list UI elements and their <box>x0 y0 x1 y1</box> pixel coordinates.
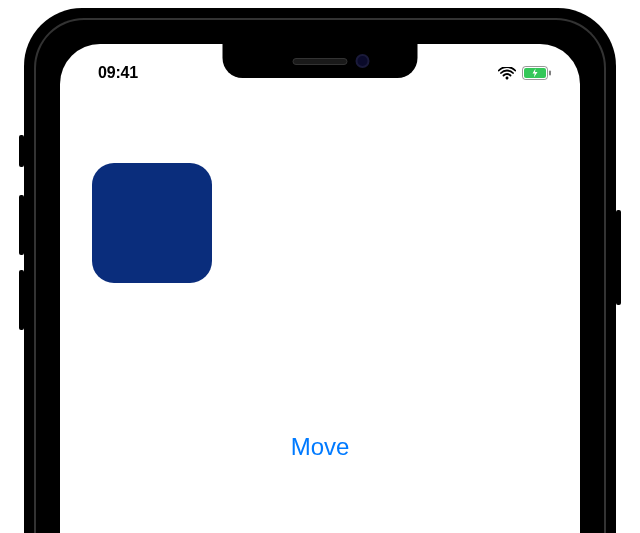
status-time: 09:41 <box>98 64 138 82</box>
battery-charging-icon <box>522 66 552 80</box>
status-indicators <box>498 66 552 80</box>
power-button <box>616 210 621 305</box>
app-content: Move <box>60 88 580 533</box>
phone-frame-inner: 09:41 <box>34 18 606 533</box>
wifi-icon <box>498 67 516 80</box>
svg-rect-2 <box>549 71 551 76</box>
phone-screen: 09:41 <box>60 44 580 533</box>
phone-frame: 09:41 <box>24 8 616 533</box>
front-camera <box>356 54 370 68</box>
animated-box[interactable] <box>92 163 212 283</box>
move-button[interactable]: Move <box>291 433 350 461</box>
speaker <box>293 58 348 65</box>
notch <box>223 44 418 78</box>
